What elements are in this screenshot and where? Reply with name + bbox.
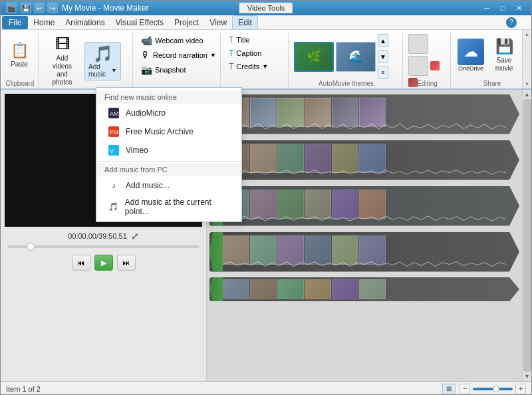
collapse-ribbon-icon[interactable]: ▲ <box>519 17 530 28</box>
edit-tool-1[interactable] <box>408 34 428 54</box>
zoom-out-btn[interactable]: － <box>460 384 470 394</box>
vimeo-icon: V <box>107 144 120 157</box>
menu-edit[interactable]: Edit <box>232 15 258 30</box>
expand-icon[interactable]: ⤢ <box>131 231 139 241</box>
wave-1 <box>223 122 506 132</box>
zoom-control: － ＋ <box>460 384 526 394</box>
fma-icon: FMA <box>107 125 120 138</box>
timeline-track-5 <box>209 276 519 303</box>
track-content-3[interactable] <box>209 186 519 226</box>
ribbon-scrollbar: ▲ ▼ <box>522 30 531 88</box>
snapshot-icon: 📷 <box>141 65 152 75</box>
paste-button[interactable]: 📋 Paste <box>6 40 33 70</box>
menu-animations[interactable]: Animations <box>60 16 110 29</box>
ribbon-group-editing: Editing <box>404 33 451 88</box>
wave-2 <box>223 168 506 178</box>
save-movie-button[interactable]: 💾 Save movie <box>491 36 517 74</box>
storyboard-view-btn[interactable]: ⊞ <box>442 384 456 394</box>
edit-tool-2[interactable] <box>408 56 428 76</box>
filmstrip-5 <box>223 279 506 299</box>
status-bar: Item 1 of 2 ⊞ － ＋ <box>1 381 531 395</box>
record-narration-button[interactable]: 🎙 Record narration ▼ <box>138 49 219 62</box>
webcam-video-button[interactable]: 📹 Webcam video <box>138 34 219 47</box>
snapshot-button[interactable]: 📷 Snapshot <box>138 63 219 76</box>
scrubber-bar[interactable] <box>7 245 200 248</box>
menu-view[interactable]: View <box>204 16 232 29</box>
svg-text:AM: AM <box>110 110 119 117</box>
title-bar: 🎬 💾 ↩ ↪ My Movie - Movie Maker Video Too… <box>1 1 531 15</box>
credits-icon: T <box>229 62 233 71</box>
free-music-archive-item[interactable]: FMA Free Music Archive <box>96 122 241 141</box>
caption-button[interactable]: T Caption <box>226 47 271 59</box>
main-area: 00:00.00/39:50.51 ⤢ ⏮ ▶ ⏭ <box>1 90 531 381</box>
scrubber-handle[interactable] <box>27 243 35 251</box>
maximize-button[interactable]: □ <box>495 3 510 13</box>
caption-icon: T <box>229 49 233 58</box>
close-button[interactable]: ✕ <box>511 3 526 13</box>
theme-thumb-1[interactable]: 🌿 <box>294 42 334 72</box>
menu-project[interactable]: Project <box>169 16 204 29</box>
music-current-icon: 🎵 <box>107 200 120 213</box>
ribbon-scroll-up[interactable]: ▲ <box>525 31 530 37</box>
svg-text:FMA: FMA <box>110 129 119 136</box>
credits-button[interactable]: T Credits ▼ <box>226 61 271 72</box>
theme-thumb-2[interactable]: 🌊 <box>336 42 376 72</box>
track-content-4[interactable] <box>209 232 519 272</box>
zoom-slider[interactable] <box>473 388 513 390</box>
themes-more[interactable]: ≡ <box>378 66 388 79</box>
themes-scroll-up[interactable]: ▲ <box>378 34 388 47</box>
minimize-button[interactable]: ─ <box>479 3 494 13</box>
add-music-icon: 🎵 <box>93 45 113 63</box>
track-content-5[interactable] <box>209 277 519 301</box>
wave-4 <box>223 260 506 269</box>
menu-file[interactable]: File <box>2 16 28 29</box>
track-content-2[interactable] <box>209 140 519 180</box>
quick-save-icon[interactable]: 💾 <box>21 3 31 13</box>
help-icon[interactable]: ? <box>506 17 517 28</box>
dropdown-separator <box>96 161 241 162</box>
menu-bar: File Home Animations Visual Effects Proj… <box>1 15 531 30</box>
track-content-1[interactable] <box>209 94 519 134</box>
rewind-button[interactable]: ⏮ <box>72 255 90 271</box>
menu-visual-effects[interactable]: Visual Effects <box>110 16 169 29</box>
title-button[interactable]: T Title <box>226 34 271 46</box>
play-button[interactable]: ▶ <box>94 255 113 271</box>
timeline-track-3 <box>209 184 519 227</box>
wave-3 <box>223 214 506 223</box>
time-display: 00:00.00/39:50.51 ⤢ <box>1 229 206 243</box>
timeline-panel <box>207 90 522 381</box>
music-note-icon: ♪ <box>107 179 120 192</box>
add-videos-button[interactable]: 🎞 Add videos and photos <box>44 34 80 88</box>
next-frame-button[interactable]: ⏭ <box>117 255 136 271</box>
record-icon: 🎙 <box>141 50 150 61</box>
add-music-button[interactable]: 🎵 Add music ▼ <box>84 42 121 80</box>
redo-icon[interactable]: ↪ <box>47 3 58 13</box>
dropdown-online-header: Find new music online <box>96 90 241 104</box>
undo-icon[interactable]: ↩ <box>34 3 45 13</box>
edit-tool-3[interactable] <box>430 61 440 70</box>
zoom-thumb[interactable] <box>493 386 499 392</box>
app-title: My Movie - Movie Maker <box>62 3 149 13</box>
scroll-down-btn[interactable]: ▼ <box>524 373 530 381</box>
ribbon-group-add: 🎞 Add videos and photos 🎵 Add music ▼ <box>40 33 133 88</box>
zoom-in-btn[interactable]: ＋ <box>515 384 526 394</box>
audiomicro-item[interactable]: AM AudioMicro <box>96 104 241 122</box>
transport-controls: ⏮ ▶ ⏭ <box>1 251 206 275</box>
webcam-icon: 📹 <box>141 35 152 46</box>
ribbon: 📋 Paste Clipboard 🎞 Add videos and photo… <box>1 30 531 90</box>
menu-home[interactable]: Home <box>28 16 60 29</box>
add-music-current-item[interactable]: 🎵 Add music at the current point... <box>96 195 241 219</box>
ribbon-scroll-down[interactable]: ▼ <box>525 81 530 87</box>
add-music-dropdown: Find new music online AM AudioMicro FMA … <box>96 87 242 222</box>
cloud-share-button[interactable]: ☁ OneDrive <box>456 37 485 73</box>
timeline-track-4 <box>209 230 519 273</box>
app-icon: 🎬 <box>6 3 17 13</box>
video-tools-tab[interactable]: Video Tools <box>239 3 293 13</box>
vimeo-item[interactable]: V Vimeo <box>96 141 241 160</box>
scroll-thumb[interactable] <box>523 99 531 372</box>
svg-text:V: V <box>110 148 114 154</box>
scroll-up-btn[interactable]: ▲ <box>524 90 530 98</box>
timeline-scrollbar: ▲ ▼ <box>522 90 531 381</box>
themes-scroll-down[interactable]: ▼ <box>378 50 388 63</box>
add-music-item[interactable]: ♪ Add music... <box>96 176 241 195</box>
